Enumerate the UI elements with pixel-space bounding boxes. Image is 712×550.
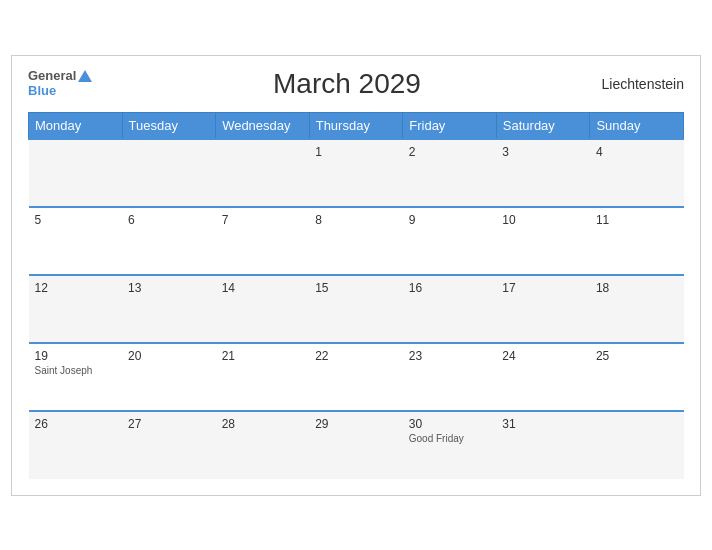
day-number: 13 bbox=[128, 281, 210, 295]
calendar-cell: 15 bbox=[309, 275, 403, 343]
day-number: 30 bbox=[409, 417, 491, 431]
logo-triangle-icon bbox=[78, 70, 92, 82]
weekday-header-sunday: Sunday bbox=[590, 112, 684, 139]
weekday-header-monday: Monday bbox=[29, 112, 123, 139]
calendar-cell: 4 bbox=[590, 139, 684, 207]
day-number: 18 bbox=[596, 281, 678, 295]
day-number: 12 bbox=[35, 281, 117, 295]
week-row-4: 19Saint Joseph202122232425 bbox=[29, 343, 684, 411]
day-number: 6 bbox=[128, 213, 210, 227]
calendar-cell: 30Good Friday bbox=[403, 411, 497, 479]
weekday-header-wednesday: Wednesday bbox=[216, 112, 310, 139]
calendar-cell: 26 bbox=[29, 411, 123, 479]
calendar-cell bbox=[122, 139, 216, 207]
calendar-header: General Blue March 2029 Liechtenstein bbox=[28, 68, 684, 100]
calendar-cell: 13 bbox=[122, 275, 216, 343]
weekday-header-thursday: Thursday bbox=[309, 112, 403, 139]
calendar-cell: 17 bbox=[496, 275, 590, 343]
calendar-cell: 2 bbox=[403, 139, 497, 207]
calendar-cell: 6 bbox=[122, 207, 216, 275]
calendar-table: MondayTuesdayWednesdayThursdayFridaySatu… bbox=[28, 112, 684, 479]
calendar-cell: 14 bbox=[216, 275, 310, 343]
day-number: 15 bbox=[315, 281, 397, 295]
day-number: 20 bbox=[128, 349, 210, 363]
calendar-cell: 5 bbox=[29, 207, 123, 275]
day-number: 27 bbox=[128, 417, 210, 431]
calendar-cell: 3 bbox=[496, 139, 590, 207]
day-number: 24 bbox=[502, 349, 584, 363]
week-row-1: 1234 bbox=[29, 139, 684, 207]
week-row-3: 12131415161718 bbox=[29, 275, 684, 343]
weekday-header-saturday: Saturday bbox=[496, 112, 590, 139]
day-number: 19 bbox=[35, 349, 117, 363]
weekday-header-friday: Friday bbox=[403, 112, 497, 139]
day-number: 11 bbox=[596, 213, 678, 227]
logo-blue-text: Blue bbox=[28, 84, 92, 98]
calendar-cell: 20 bbox=[122, 343, 216, 411]
day-number: 28 bbox=[222, 417, 304, 431]
day-number: 8 bbox=[315, 213, 397, 227]
weekday-header-tuesday: Tuesday bbox=[122, 112, 216, 139]
calendar-cell: 8 bbox=[309, 207, 403, 275]
calendar-cell: 27 bbox=[122, 411, 216, 479]
calendar-cell: 29 bbox=[309, 411, 403, 479]
day-number: 23 bbox=[409, 349, 491, 363]
week-row-2: 567891011 bbox=[29, 207, 684, 275]
holiday-label: Saint Joseph bbox=[35, 365, 117, 376]
calendar-cell: 31 bbox=[496, 411, 590, 479]
calendar-cell: 23 bbox=[403, 343, 497, 411]
calendar-cell: 18 bbox=[590, 275, 684, 343]
day-number: 26 bbox=[35, 417, 117, 431]
day-number: 4 bbox=[596, 145, 678, 159]
day-number: 10 bbox=[502, 213, 584, 227]
country-label: Liechtenstein bbox=[601, 76, 684, 92]
calendar-cell bbox=[29, 139, 123, 207]
calendar-cell: 1 bbox=[309, 139, 403, 207]
calendar-cell: 28 bbox=[216, 411, 310, 479]
day-number: 5 bbox=[35, 213, 117, 227]
day-number: 16 bbox=[409, 281, 491, 295]
day-number: 3 bbox=[502, 145, 584, 159]
holiday-label: Good Friday bbox=[409, 433, 491, 444]
day-number: 31 bbox=[502, 417, 584, 431]
calendar-cell: 22 bbox=[309, 343, 403, 411]
logo: General Blue bbox=[28, 69, 92, 98]
calendar-cell: 19Saint Joseph bbox=[29, 343, 123, 411]
calendar-cell: 10 bbox=[496, 207, 590, 275]
week-row-5: 2627282930Good Friday31 bbox=[29, 411, 684, 479]
calendar-cell: 12 bbox=[29, 275, 123, 343]
day-number: 17 bbox=[502, 281, 584, 295]
calendar-container: General Blue March 2029 Liechtenstein Mo… bbox=[11, 55, 701, 496]
day-number: 21 bbox=[222, 349, 304, 363]
calendar-cell: 11 bbox=[590, 207, 684, 275]
day-number: 1 bbox=[315, 145, 397, 159]
calendar-cell bbox=[216, 139, 310, 207]
logo-general-text: General bbox=[28, 69, 76, 83]
calendar-cell bbox=[590, 411, 684, 479]
day-number: 22 bbox=[315, 349, 397, 363]
calendar-cell: 21 bbox=[216, 343, 310, 411]
calendar-cell: 7 bbox=[216, 207, 310, 275]
calendar-cell: 16 bbox=[403, 275, 497, 343]
day-number: 29 bbox=[315, 417, 397, 431]
calendar-cell: 25 bbox=[590, 343, 684, 411]
day-number: 25 bbox=[596, 349, 678, 363]
calendar-cell: 24 bbox=[496, 343, 590, 411]
day-number: 7 bbox=[222, 213, 304, 227]
calendar-title: March 2029 bbox=[273, 68, 421, 100]
day-number: 14 bbox=[222, 281, 304, 295]
calendar-cell: 9 bbox=[403, 207, 497, 275]
day-number: 9 bbox=[409, 213, 491, 227]
day-number: 2 bbox=[409, 145, 491, 159]
weekday-header-row: MondayTuesdayWednesdayThursdayFridaySatu… bbox=[29, 112, 684, 139]
